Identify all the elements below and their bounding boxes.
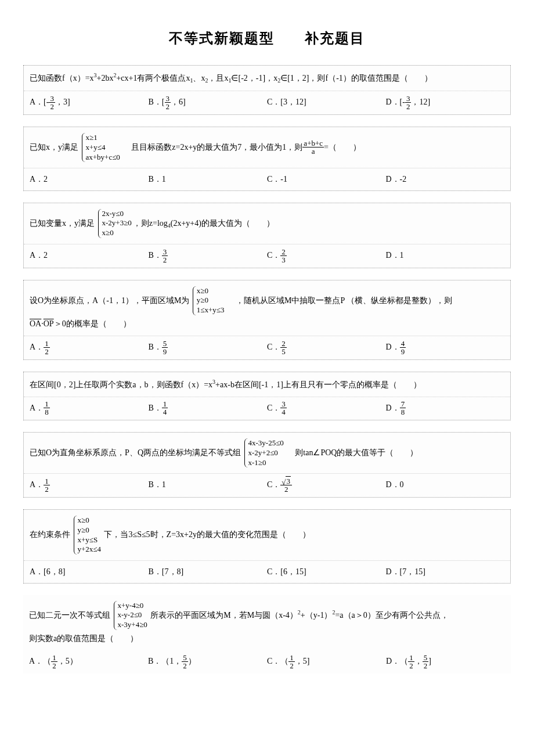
t: ，5）	[57, 657, 78, 665]
frac: 32	[405, 95, 412, 110]
n: √3	[280, 477, 292, 485]
choice-d: D．0	[386, 477, 505, 493]
n: 1	[162, 400, 168, 408]
choice-c: C．√32	[267, 477, 386, 493]
d: 3	[280, 256, 287, 264]
question-text: 已知二元一次不等式组 x+y-4≥0 x-y-2≤0 x-3y+4≥0 所表示的…	[23, 595, 511, 651]
choice-a: A．（12，5）	[29, 654, 148, 669]
frac: 32	[162, 248, 168, 264]
d: 2	[162, 256, 168, 264]
t: B．	[149, 404, 162, 412]
t: 已知x，y满足	[30, 142, 78, 151]
t: 下，当3≤S≤5时，Z=3x+2y的最大值的变化范围是（ ）	[104, 530, 311, 539]
c: x≥0	[197, 286, 225, 296]
choice-c: C．34	[267, 401, 386, 416]
t: D．[-	[386, 98, 405, 106]
brace: 2x-y≤0 x-2y+3≥0 x≥0	[98, 209, 132, 239]
choice-d: D．1	[386, 248, 505, 264]
t: B．	[149, 343, 162, 351]
t: =（ ）	[324, 142, 361, 151]
t: +（y-1）	[301, 610, 333, 619]
n: 5	[423, 654, 429, 662]
t: ，且x	[208, 74, 228, 82]
t: 已知变量x，y满足	[30, 218, 95, 227]
t: C．	[267, 480, 280, 489]
n: 3	[280, 400, 287, 408]
choice-a: A．2	[30, 248, 149, 264]
c: x-2y+3≥0	[102, 218, 132, 228]
choice-c: C．-1	[267, 172, 386, 186]
choice-a: A．12	[30, 477, 149, 493]
page-title: 不等式新颖题型 补充题目	[23, 29, 511, 48]
choice-a: A．12	[30, 340, 149, 355]
t: +cx+1有两个极值点x	[116, 74, 190, 82]
choice-a: A．[6，8]	[30, 564, 149, 579]
question-6: 已知O为直角坐标系原点，P、Q两点的坐标均满足不等式组 4x-3y-25≤0 x…	[23, 432, 511, 498]
t: 在区间[0，2]上任取两个实数a，b，则函数f（x）=x	[30, 380, 212, 388]
n: 4	[400, 340, 406, 348]
c: ax+by+c≤0	[86, 153, 120, 163]
choices: A．2 B．32 C．23 D．1	[24, 244, 510, 267]
c: x-y-2≤0	[118, 610, 147, 620]
c: x-3y+4≥0	[118, 620, 147, 630]
t: D．（	[386, 657, 408, 665]
t: ，则z=log	[133, 218, 168, 227]
d: 9	[400, 348, 406, 355]
question-5: 在区间[0，2]上任取两个实数a，b，则函数f（x）=x3+ax-b在区间[-1…	[23, 372, 511, 420]
t: A．	[30, 404, 44, 412]
choice-d: D．-2	[386, 172, 505, 186]
choice-c: C．23	[267, 248, 386, 264]
c: x-2y+2≤0	[248, 448, 284, 458]
brace: x+y-4≥0 x-y-2≤0 x-3y+4≥0	[114, 601, 147, 631]
c: x≥0	[78, 516, 101, 525]
frac: 12	[44, 477, 50, 493]
choice-d: D．[-32，12]	[386, 95, 505, 110]
d: a	[302, 147, 324, 155]
t: 且目标函数z=2x+y的最大值为7，最小值为1，则	[123, 142, 302, 151]
n: 3	[165, 95, 171, 103]
t: 则tan∠POQ的最大值等于（ ）	[287, 448, 418, 456]
t: 所表示的平面区域为M，若M与圆（x-4）	[150, 610, 298, 619]
choices: A．（12，5） B．（1，52） C．（12，5] D．（12，52]	[23, 650, 511, 673]
c: x≥0	[102, 228, 132, 238]
choice-c: C．[6，15]	[267, 564, 386, 579]
question-1: 已知函数f（x）=x3+2bx2+cx+1有两个极值点x1、x2，且x1∈[-2…	[23, 65, 511, 115]
t: C．	[267, 404, 280, 412]
question-2: 已知x，y满足 x≥1 x+y≤4 ax+by+c≤0 且目标函数z=2x+y的…	[23, 127, 511, 191]
frac: 52	[182, 654, 188, 669]
t: C．（	[267, 657, 288, 665]
question-text: 在区间[0，2]上任取两个实数a，b，则函数f（x）=x3+ax-b在区间[-1…	[24, 372, 510, 397]
frac: 14	[162, 400, 168, 416]
brace: 4x-3y-25≤0 x-2y+2≤0 x-1≥0	[244, 438, 284, 468]
vector-op: OP	[44, 319, 54, 328]
frac: 52	[423, 654, 429, 669]
t: ，6]	[171, 98, 186, 106]
n: 1	[44, 400, 50, 408]
choice-b: B．（1，52）	[148, 654, 267, 669]
d: 2	[423, 662, 429, 669]
c: y+2x≤4	[78, 545, 101, 555]
n: 1	[51, 654, 57, 662]
n: 2	[280, 340, 287, 348]
c: y≥0	[78, 525, 101, 535]
frac: 12	[51, 654, 57, 669]
d: 4	[162, 408, 168, 416]
choice-d: D．78	[386, 401, 505, 416]
n: 3	[405, 95, 412, 103]
t: ∈[1，2]，则f（-1）的取值范围是（ ）	[280, 74, 432, 82]
t: 、x	[193, 74, 205, 82]
frac: 12	[44, 340, 50, 355]
d: 2	[165, 103, 171, 110]
choices: A．18 B．14 C．34 D．78	[24, 397, 510, 420]
d: 2	[405, 103, 412, 110]
t: A．（	[29, 657, 51, 665]
t: ）	[188, 657, 196, 665]
n: 1	[408, 654, 414, 662]
t: ，3]	[55, 98, 70, 106]
frac: 12	[288, 654, 295, 669]
n: 3	[49, 95, 55, 103]
choices: A．12 B．59 C．25 D．49	[24, 336, 510, 359]
choices: A．12 B．1 C．√32 D．0	[24, 474, 510, 496]
choice-b: B．1	[149, 172, 268, 186]
d: 2	[182, 662, 188, 669]
